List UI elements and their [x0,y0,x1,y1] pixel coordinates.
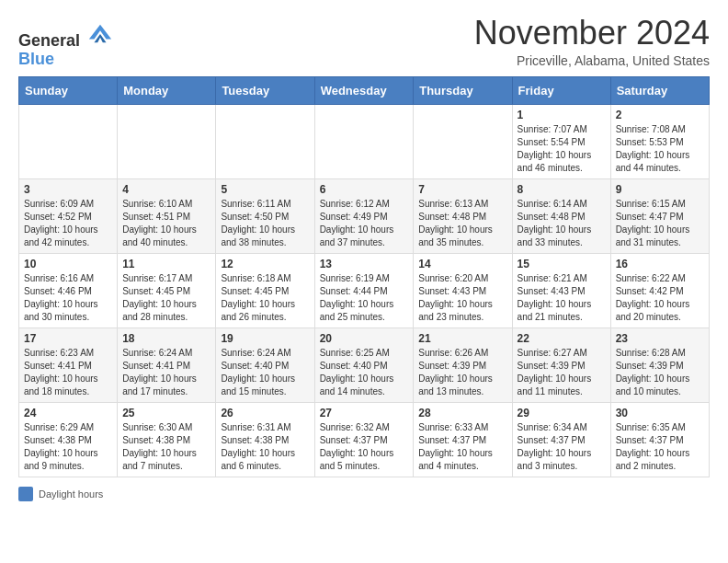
calendar-day: 24Sunrise: 6:29 AM Sunset: 4:38 PM Dayli… [19,402,118,477]
calendar-day: 30Sunrise: 6:35 AM Sunset: 4:37 PM Dayli… [610,402,709,477]
calendar-day [118,104,216,178]
day-info: Sunrise: 7:07 AM Sunset: 5:54 PM Dayligh… [518,123,606,175]
day-info: Sunrise: 6:31 AM Sunset: 4:38 PM Dayligh… [221,421,309,473]
day-number: 11 [122,258,210,270]
calendar-week-row: 17Sunrise: 6:23 AM Sunset: 4:41 PM Dayli… [19,327,710,402]
day-info: Sunrise: 7:08 AM Sunset: 5:53 PM Dayligh… [616,123,704,175]
day-info: Sunrise: 6:22 AM Sunset: 4:42 PM Dayligh… [616,272,704,324]
day-number: 17 [24,332,112,345]
day-number: 25 [122,407,210,419]
calendar-day: 23Sunrise: 6:28 AM Sunset: 4:39 PM Dayli… [610,327,709,402]
day-number: 6 [320,183,409,196]
day-number: 29 [518,407,606,419]
calendar-day: 14Sunrise: 6:20 AM Sunset: 4:43 PM Dayli… [414,253,512,327]
day-info: Sunrise: 6:16 AM Sunset: 4:46 PM Dayligh… [24,272,112,324]
day-number: 10 [24,258,112,270]
calendar-day: 26Sunrise: 6:31 AM Sunset: 4:38 PM Dayli… [216,402,314,477]
calendar-week-row: 1Sunrise: 7:07 AM Sunset: 5:54 PM Daylig… [19,104,710,178]
calendar-day: 11Sunrise: 6:17 AM Sunset: 4:45 PM Dayli… [118,253,216,327]
logo-blue: Blue [18,50,54,68]
calendar-day: 20Sunrise: 6:25 AM Sunset: 4:40 PM Dayli… [314,327,414,402]
day-info: Sunrise: 6:24 AM Sunset: 4:41 PM Dayligh… [122,347,210,398]
calendar-day: 21Sunrise: 6:26 AM Sunset: 4:39 PM Dayli… [414,327,512,402]
day-info: Sunrise: 6:15 AM Sunset: 4:47 PM Dayligh… [616,198,704,249]
calendar-day: 2Sunrise: 7:08 AM Sunset: 5:53 PM Daylig… [610,104,709,178]
logo-icon [87,20,113,46]
day-info: Sunrise: 6:11 AM Sunset: 4:50 PM Dayligh… [221,198,309,249]
calendar: SundayMondayTuesdayWednesdayThursdayFrid… [18,76,710,477]
calendar-week-row: 10Sunrise: 6:16 AM Sunset: 4:46 PM Dayli… [19,253,710,327]
day-info: Sunrise: 6:24 AM Sunset: 4:40 PM Dayligh… [221,347,309,398]
calendar-day [414,104,512,178]
calendar-day: 4Sunrise: 6:10 AM Sunset: 4:51 PM Daylig… [118,178,216,253]
day-info: Sunrise: 6:35 AM Sunset: 4:37 PM Dayligh… [616,421,704,473]
day-number: 2 [616,109,704,121]
day-number: 20 [320,332,409,345]
location: Priceville, Alabama, United States [474,53,710,68]
calendar-day: 6Sunrise: 6:12 AM Sunset: 4:49 PM Daylig… [314,178,414,253]
calendar-day: 10Sunrise: 6:16 AM Sunset: 4:46 PM Dayli… [19,253,118,327]
day-info: Sunrise: 6:19 AM Sunset: 4:44 PM Dayligh… [320,272,409,324]
day-number: 26 [221,407,309,419]
calendar-header-row: SundayMondayTuesdayWednesdayThursdayFrid… [19,76,710,104]
calendar-day: 16Sunrise: 6:22 AM Sunset: 4:42 PM Dayli… [610,253,709,327]
calendar-week-row: 24Sunrise: 6:29 AM Sunset: 4:38 PM Dayli… [19,402,710,477]
day-number: 9 [616,183,704,196]
day-number: 24 [24,407,112,419]
day-info: Sunrise: 6:32 AM Sunset: 4:37 PM Dayligh… [320,421,409,473]
legend-box [18,487,33,501]
day-info: Sunrise: 6:23 AM Sunset: 4:41 PM Dayligh… [24,347,112,398]
day-number: 19 [221,332,309,345]
day-number: 21 [418,332,506,345]
day-number: 5 [221,183,309,196]
day-number: 1 [518,109,606,121]
day-info: Sunrise: 6:25 AM Sunset: 4:40 PM Dayligh… [320,347,409,398]
day-info: Sunrise: 6:30 AM Sunset: 4:38 PM Dayligh… [122,421,210,473]
day-info: Sunrise: 6:18 AM Sunset: 4:45 PM Dayligh… [221,272,309,324]
day-info: Sunrise: 6:10 AM Sunset: 4:51 PM Dayligh… [122,198,210,249]
calendar-day: 7Sunrise: 6:13 AM Sunset: 4:48 PM Daylig… [414,178,512,253]
calendar-day: 27Sunrise: 6:32 AM Sunset: 4:37 PM Dayli… [314,402,414,477]
day-number: 7 [418,183,506,196]
calendar-day: 29Sunrise: 6:34 AM Sunset: 4:37 PM Dayli… [512,402,610,477]
header-tuesday: Tuesday [216,76,314,104]
day-info: Sunrise: 6:26 AM Sunset: 4:39 PM Dayligh… [418,347,506,398]
day-number: 8 [518,183,606,196]
day-number: 15 [518,258,606,270]
calendar-day: 1Sunrise: 7:07 AM Sunset: 5:54 PM Daylig… [512,104,610,178]
day-info: Sunrise: 6:27 AM Sunset: 4:39 PM Dayligh… [518,347,606,398]
header-saturday: Saturday [610,76,709,104]
calendar-day [216,104,314,178]
day-number: 27 [320,407,409,419]
day-number: 23 [616,332,704,345]
calendar-day: 12Sunrise: 6:18 AM Sunset: 4:45 PM Dayli… [216,253,314,327]
day-info: Sunrise: 6:13 AM Sunset: 4:48 PM Dayligh… [418,198,506,249]
calendar-day: 8Sunrise: 6:14 AM Sunset: 4:48 PM Daylig… [512,178,610,253]
day-number: 12 [221,258,309,270]
day-number: 14 [418,258,506,270]
calendar-week-row: 3Sunrise: 6:09 AM Sunset: 4:52 PM Daylig… [19,178,710,253]
header: General Blue November 2024 Priceville, A… [18,15,710,69]
day-number: 13 [320,258,409,270]
header-wednesday: Wednesday [314,76,414,104]
day-info: Sunrise: 6:29 AM Sunset: 4:38 PM Dayligh… [24,421,112,473]
day-number: 22 [518,332,606,345]
calendar-day: 17Sunrise: 6:23 AM Sunset: 4:41 PM Dayli… [19,327,118,402]
calendar-day: 13Sunrise: 6:19 AM Sunset: 4:44 PM Dayli… [314,253,414,327]
day-info: Sunrise: 6:21 AM Sunset: 4:43 PM Dayligh… [518,272,606,324]
calendar-day: 22Sunrise: 6:27 AM Sunset: 4:39 PM Dayli… [512,327,610,402]
day-info: Sunrise: 6:20 AM Sunset: 4:43 PM Dayligh… [418,272,506,324]
month-title: November 2024 [474,15,710,52]
day-info: Sunrise: 6:34 AM Sunset: 4:37 PM Dayligh… [518,421,606,473]
day-number: 4 [122,183,210,196]
logo-general: General [18,31,80,50]
day-info: Sunrise: 6:09 AM Sunset: 4:52 PM Dayligh… [24,198,112,249]
day-number: 30 [616,407,704,419]
day-info: Sunrise: 6:33 AM Sunset: 4:37 PM Dayligh… [418,421,506,473]
day-info: Sunrise: 6:12 AM Sunset: 4:49 PM Dayligh… [320,198,409,249]
day-info: Sunrise: 6:14 AM Sunset: 4:48 PM Dayligh… [518,198,606,249]
calendar-day: 15Sunrise: 6:21 AM Sunset: 4:43 PM Dayli… [512,253,610,327]
calendar-day: 19Sunrise: 6:24 AM Sunset: 4:40 PM Dayli… [216,327,314,402]
header-thursday: Thursday [414,76,512,104]
header-monday: Monday [118,76,216,104]
